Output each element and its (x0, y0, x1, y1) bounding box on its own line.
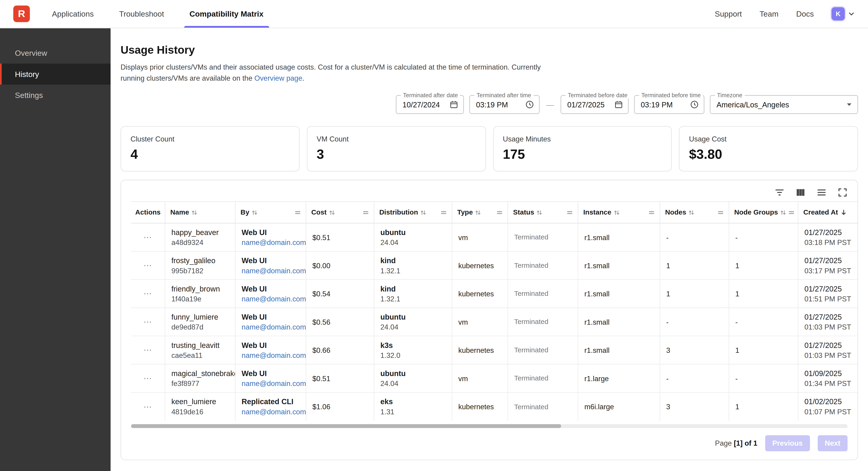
terminated-after-date-value[interactable]: 10/27/2024 (402, 100, 446, 109)
calendar-icon[interactable] (614, 100, 623, 109)
created-by: Web UI (242, 341, 300, 349)
sort-icon[interactable] (780, 209, 786, 215)
columns-button[interactable] (796, 187, 806, 198)
row-actions-button[interactable]: ⋯ (141, 231, 155, 243)
account-menu[interactable]: K (832, 7, 855, 21)
column-header-created-at[interactable]: Created At (799, 202, 858, 223)
type-value: kubernetes (458, 290, 501, 298)
filter-button[interactable] (774, 187, 784, 198)
terminated-before-date-value[interactable]: 01/27/2025 (567, 100, 611, 109)
horizontal-scrollbar[interactable] (131, 424, 847, 428)
previous-page-button[interactable]: Previous (765, 435, 810, 451)
timezone-value[interactable]: America/Los_Angeles (716, 100, 842, 109)
terminated-before-time-field[interactable]: Terminated before time 03:19 PM (634, 95, 705, 114)
row-actions-button[interactable]: ⋯ (141, 344, 155, 356)
sort-icon[interactable] (688, 209, 694, 215)
table-row: ⋯ friendly_brown 1f40a19e Web UI name@do… (131, 280, 858, 308)
terminated-after-time-value[interactable]: 03:19 PM (476, 100, 522, 109)
clock-icon[interactable] (525, 100, 534, 109)
table-toolbar (121, 180, 858, 201)
sort-icon[interactable] (191, 209, 197, 215)
nav-item-troubleshoot[interactable]: Troubleshoot (119, 0, 164, 28)
sort-icon[interactable] (536, 209, 542, 215)
created-time: 03:18 PM PST (804, 238, 851, 246)
sort-icon[interactable] (475, 209, 481, 215)
terminated-before-date-field[interactable]: Terminated before date 01/27/2025 (561, 95, 629, 114)
name-cell: funny_lumiere de9ed87d (165, 308, 236, 336)
table-row: ⋯ magical_stonebraker fe3f8977 Web UI na… (131, 364, 858, 393)
nodes-cell: - (660, 224, 729, 251)
type-value: vm (458, 233, 501, 241)
column-header-cost[interactable]: Cost (306, 202, 374, 223)
column-menu-icon[interactable] (648, 209, 654, 215)
column-header-type[interactable]: Type (452, 202, 508, 223)
created-by-email-link[interactable]: name@domain.com (242, 266, 300, 275)
column-menu-icon[interactable] (567, 209, 573, 215)
column-menu-icon[interactable] (294, 209, 301, 215)
column-header-instance[interactable]: Instance (578, 202, 660, 223)
sort-desc-icon[interactable] (840, 209, 847, 216)
by-cell: Web UI name@domain.com (236, 364, 306, 392)
density-button[interactable] (817, 187, 827, 198)
sort-icon[interactable] (329, 209, 335, 215)
column-menu-icon[interactable] (496, 209, 502, 215)
calendar-icon[interactable] (450, 100, 458, 109)
column-header-status[interactable]: Status (508, 202, 579, 223)
fullscreen-button[interactable] (838, 187, 847, 198)
column-menu-icon[interactable] (363, 209, 369, 215)
column-header-nodes[interactable]: Nodes (660, 202, 729, 223)
horizontal-scrollbar-thumb[interactable] (131, 424, 561, 428)
nav-item-support[interactable]: Support (715, 9, 742, 18)
sidebar-item-history[interactable]: History (0, 64, 111, 85)
terminated-before-time-value[interactable]: 03:19 PM (641, 100, 687, 109)
nav-item-applications[interactable]: Applications (52, 0, 94, 28)
column-label: Cost (311, 209, 327, 216)
row-actions-button[interactable]: ⋯ (141, 288, 155, 300)
row-actions-button[interactable]: ⋯ (141, 260, 155, 272)
created-by-email-link[interactable]: name@domain.com (242, 408, 300, 416)
column-menu-icon[interactable] (788, 209, 795, 215)
row-actions-button[interactable]: ⋯ (141, 372, 155, 385)
created-by-email-link[interactable]: name@domain.com (242, 351, 300, 359)
created-time: 01:07 PM PST (804, 408, 851, 416)
terminated-after-time-field[interactable]: Terminated after time 03:19 PM (469, 95, 540, 114)
chevron-down-icon[interactable] (846, 101, 852, 108)
column-header-name[interactable]: Name (165, 202, 236, 223)
avatar[interactable]: K (832, 7, 845, 21)
row-actions-button[interactable]: ⋯ (141, 316, 155, 328)
table-body: ⋯ happy_beaver a48d9324 Web UI name@doma… (121, 224, 858, 421)
column-menu-icon[interactable] (441, 209, 447, 215)
terminated-after-date-field[interactable]: Terminated after date 10/27/2024 (396, 95, 464, 114)
row-actions-button[interactable]: ⋯ (141, 401, 155, 413)
column-menu-icon[interactable] (718, 209, 723, 215)
nav-item-docs[interactable]: Docs (796, 9, 814, 18)
created-by-email-link[interactable]: name@domain.com (242, 323, 300, 331)
nodes-cell: 1 (660, 280, 729, 307)
timezone-select[interactable]: Timezone America/Los_Angeles (710, 95, 858, 114)
nav-item-compatibility-matrix[interactable]: Compatibility Matrix (189, 0, 263, 28)
node-groups-cell: 1 (729, 280, 799, 307)
chevron-down-icon[interactable] (848, 10, 855, 17)
created-by-email-link[interactable]: name@domain.com (242, 295, 300, 303)
sidebar-item-settings[interactable]: Settings (0, 85, 111, 106)
sort-icon[interactable] (614, 209, 619, 215)
column-header-node-groups[interactable]: Node Groups (729, 202, 799, 223)
created-by-email-link[interactable]: name@domain.com (242, 379, 300, 388)
replicated-logo[interactable]: R (13, 5, 30, 22)
overview-page-link[interactable]: Overview page (254, 74, 302, 83)
created-by-email-link[interactable]: name@domain.com (242, 238, 300, 246)
column-header-distribution[interactable]: Distribution (374, 202, 452, 223)
sort-icon[interactable] (252, 209, 257, 215)
sidebar-item-overview[interactable]: Overview (0, 42, 111, 64)
column-header-by[interactable]: By (236, 202, 306, 223)
next-page-button[interactable]: Next (817, 435, 847, 451)
node-groups-count: 1 (735, 262, 792, 270)
distribution-name: eks (380, 398, 445, 406)
nav-item-team[interactable]: Team (760, 9, 778, 18)
sort-icon[interactable] (420, 209, 426, 215)
nodes-cell: - (660, 364, 729, 392)
name-cell: happy_beaver a48d9324 (165, 224, 236, 251)
clock-icon[interactable] (690, 100, 699, 109)
cluster-name: magical_stonebraker (172, 370, 229, 378)
node-groups-cell: 1 (729, 252, 799, 279)
